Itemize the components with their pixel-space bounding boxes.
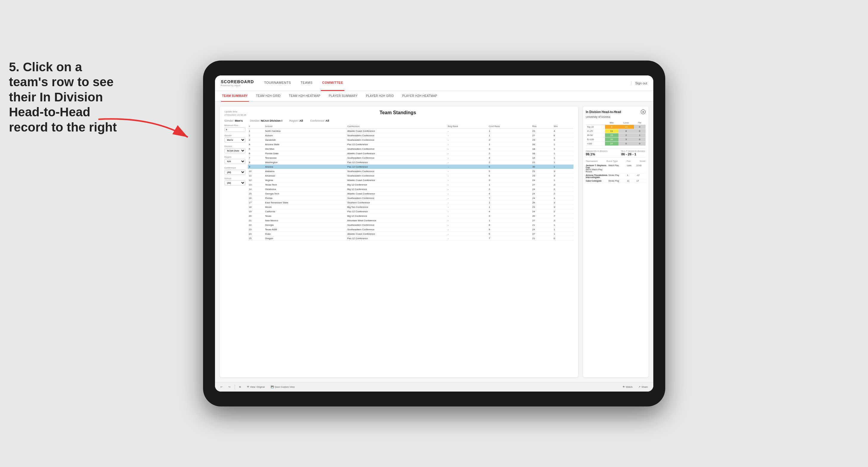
table-row[interactable]: 13 Texas Tech Big 12 Conference - 1 27 2 bbox=[248, 183, 574, 187]
logo-area: SCOREBOARD Powered by clippd bbox=[221, 79, 254, 87]
nav-committee[interactable]: COMMITTEE bbox=[321, 75, 344, 91]
table-row[interactable]: 14 Oklahoma Big 12 Conference - 2 24 2 bbox=[248, 187, 574, 191]
school-select[interactable]: (All) bbox=[224, 180, 245, 186]
rank-cell: 11 bbox=[248, 174, 264, 178]
watch-button[interactable]: 👁 Watch bbox=[621, 385, 634, 389]
rds-cell: 23 bbox=[531, 205, 552, 209]
h2h-title: In Division Head-to-Head bbox=[586, 110, 621, 114]
school-cell: Texas Tech bbox=[264, 183, 346, 187]
table-row[interactable]: 18 Illinois Big Ten Conference - 1 23 3 bbox=[248, 205, 574, 209]
h2h-wlt-value: 86 - 26 - 1 bbox=[621, 152, 646, 156]
table-row[interactable]: 16 Florida Southeastern Conference - 7 2… bbox=[248, 196, 574, 200]
division-filter-label: Division bbox=[224, 145, 245, 148]
table-row[interactable]: 17 East Tennessee State Southern Confere… bbox=[248, 200, 574, 205]
h2h-close-button[interactable]: ✕ bbox=[641, 110, 646, 114]
tournament-type: Match Play bbox=[609, 164, 626, 173]
redo-button[interactable]: ↪ bbox=[227, 385, 232, 389]
conference-select[interactable]: (All) bbox=[224, 170, 245, 175]
table-row[interactable]: 5 Ole Miss Southeastern Conference - 3 1… bbox=[248, 147, 574, 151]
h2h-rank-col bbox=[586, 121, 605, 125]
table-row[interactable]: 11 Arkansas Southeastern Conference - 6 … bbox=[248, 174, 574, 178]
rank-cell: 15 bbox=[248, 191, 264, 196]
tab-player-summary[interactable]: PLAYER SUMMARY bbox=[328, 91, 359, 102]
table-row[interactable]: 2 Auburn Southeastern Conference - 1 27 … bbox=[248, 133, 574, 138]
table-row[interactable]: 20 Texas Big 12 Conference - 3 20 7 bbox=[248, 214, 574, 218]
h2h-row: 51-100 20 3 0 bbox=[586, 137, 646, 142]
sub-nav: TEAM SUMMARY TEAM H2H GRID TEAM H2H HEAT… bbox=[215, 91, 653, 102]
table-row[interactable]: 9 Arizona Pac-12 Conference - 5 30 1 bbox=[248, 165, 574, 169]
copy-button[interactable]: ⧉ bbox=[237, 385, 243, 390]
sign-out-button[interactable]: Sign out bbox=[631, 82, 647, 85]
gender-filter-label: Gender bbox=[224, 134, 245, 137]
rank-cell: 17 bbox=[248, 200, 264, 205]
rank-cell: 12 bbox=[248, 178, 264, 183]
undo-button[interactable]: ↩ bbox=[219, 385, 224, 389]
win-cell: 1 bbox=[553, 160, 574, 165]
app-logo-sub: Powered by clippd bbox=[221, 84, 254, 87]
tab-team-h2h-heatmap[interactable]: TEAM H2H HEATMAP bbox=[288, 91, 322, 102]
conference-cell: Atlantic Coast Conference bbox=[346, 232, 447, 236]
table-row[interactable]: 7 Tennessee Southeastern Conference - 4 … bbox=[248, 156, 574, 160]
h2h-header: In Division Head-to-Head ✕ bbox=[586, 110, 646, 114]
table-row[interactable]: 3 Vanderbilt Southeastern Conference - 2… bbox=[248, 138, 574, 142]
table-row[interactable]: 15 Georgia Tech Atlantic Coast Conferenc… bbox=[248, 191, 574, 196]
share-button[interactable]: ↗ Share bbox=[637, 385, 649, 389]
tournament-list: Jackson T. Stephens CupMen's Match-Play … bbox=[586, 164, 646, 183]
reg-rank-cell: - bbox=[447, 178, 488, 183]
table-row[interactable]: 22 Georgia Southeastern Conference - 8 2… bbox=[248, 223, 574, 227]
tournament-name: Cabo Collegiate bbox=[586, 180, 608, 182]
tab-team-h2h-grid[interactable]: TEAM H2H GRID bbox=[255, 91, 282, 102]
share-icon: ↗ bbox=[639, 385, 641, 388]
filter-display-row: Gender: Men's Division: NCAA Division I … bbox=[224, 119, 574, 122]
conference-cell: Southeastern Conference bbox=[346, 169, 447, 174]
nav-teams[interactable]: TEAMS bbox=[299, 75, 314, 91]
table-row[interactable]: 19 California Pac-12 Conference - 4 24 2 bbox=[248, 209, 574, 214]
win-cell: 1 bbox=[553, 232, 574, 236]
min-rounds-input[interactable] bbox=[224, 127, 245, 132]
table-row[interactable]: 21 New Mexico Mountain West Conference -… bbox=[248, 218, 574, 223]
reg-rank-cell: - bbox=[447, 183, 488, 187]
win-cell: 3 bbox=[553, 174, 574, 178]
save-custom-button[interactable]: 💾 Save Custom View bbox=[269, 385, 297, 389]
table-row[interactable]: 12 Virginia Atlantic Coast Conference - … bbox=[248, 178, 574, 183]
conf-rank-cell: 9 bbox=[488, 227, 531, 232]
table-row[interactable]: 6 Florida State Atlantic Coast Conferenc… bbox=[248, 151, 574, 156]
h2h-win-col: Win bbox=[605, 121, 618, 125]
table-row[interactable]: 10 Alabama Southeastern Conference - 5 2… bbox=[248, 169, 574, 174]
gender-select[interactable]: Men's bbox=[224, 137, 245, 143]
win-cell: 1 bbox=[553, 165, 574, 169]
win-cell: 6 bbox=[553, 133, 574, 138]
conference-cell: Atlantic Coast Conference bbox=[346, 191, 447, 196]
school-cell: Ole Miss bbox=[264, 147, 346, 151]
region-select[interactable]: N/A bbox=[224, 159, 245, 164]
table-row[interactable]: 25 Oregon Pac-12 Conference - 7 21 0 bbox=[248, 236, 574, 241]
col-rds: Rds bbox=[531, 124, 552, 129]
tab-team-summary[interactable]: TEAM SUMMARY bbox=[221, 91, 249, 102]
table-row[interactable]: 23 Texas A&M Southeastern Conference - 9… bbox=[248, 227, 574, 232]
rds-cell: 23 bbox=[531, 169, 552, 174]
conference-cell: Southeastern Conference bbox=[346, 196, 447, 200]
conf-rank-cell: 5 bbox=[488, 169, 531, 174]
table-row[interactable]: 8 Washington Pac-12 Conference - 2 23 1 bbox=[248, 160, 574, 165]
division-select[interactable]: NCAA Division I bbox=[224, 148, 245, 153]
nav-tournaments[interactable]: TOURNAMENTS bbox=[263, 75, 292, 91]
reg-rank-cell: - bbox=[447, 151, 488, 156]
conf-rank-cell: 3 bbox=[488, 147, 531, 151]
win-cell: 3 bbox=[553, 205, 574, 209]
tab-player-h2h-grid[interactable]: PLAYER H2H GRID bbox=[365, 91, 395, 102]
tab-player-h2h-heatmap[interactable]: PLAYER H2H HEATMAP bbox=[401, 91, 438, 102]
h2h-opponents-stat: Opponents in division: 99.1% bbox=[586, 150, 608, 156]
view-original-button[interactable]: 👁 View: Original bbox=[245, 385, 267, 389]
table-row[interactable]: 24 Duke Atlantic Coast Conference - 5 27… bbox=[248, 232, 574, 236]
conference-filter: Conference (All) bbox=[224, 166, 245, 175]
table-row[interactable]: 1 North Carolina Atlantic Coast Conferen… bbox=[248, 129, 574, 133]
win-cell: 7 bbox=[553, 214, 574, 218]
conference-cell: Atlantic Coast Conference bbox=[346, 178, 447, 183]
rds-cell: 18 bbox=[531, 156, 552, 160]
h2h-team-name: University of Arizona bbox=[586, 116, 646, 118]
table-row[interactable]: 4 Arizona State Pac-12 Conference - 1 26… bbox=[248, 142, 574, 147]
gender-filter: Gender Men's bbox=[224, 134, 245, 143]
h2h-loss-col: Loss bbox=[618, 121, 634, 125]
tournament-pos: 1 bbox=[627, 174, 636, 178]
conf-rank-cell: 2 bbox=[488, 138, 531, 142]
